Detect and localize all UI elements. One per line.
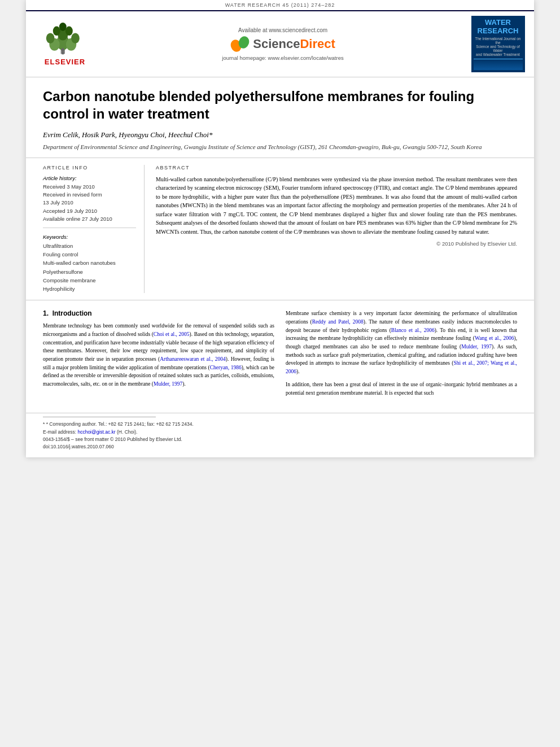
copyright: © 2010 Published by Elsevier Ltd.: [156, 241, 517, 247]
svg-point-9: [59, 23, 67, 31]
ref-choi2005[interactable]: Choi et al., 2005: [154, 331, 190, 337]
journal-citation: WATER RESEARCH 45 (2011) 274–282: [225, 2, 335, 8]
right-para1: Membrane surface chemistry is a very imp…: [286, 309, 517, 376]
ref-mulder1997a[interactable]: Mulder, 1997: [154, 381, 182, 387]
sciencedirect-leaf-icon: [230, 36, 251, 53]
affiliation: Department of Environmental Science and …: [43, 143, 517, 151]
keyword-1: Ultrafiltration: [43, 242, 136, 250]
elsevier-logo: ELSEVIER: [34, 23, 96, 66]
svg-point-8: [65, 26, 73, 36]
sciencedirect-logo: ScienceDirect: [230, 36, 335, 53]
keywords-section: Keywords: Ultrafiltration Fouling contro…: [43, 234, 136, 293]
doi-line: doi:10.1016/j.watres.2010.07.060: [43, 443, 517, 451]
email-line: E-mail address: hcchoi@gist.ac.kr (H. Ch…: [43, 429, 517, 436]
body-left: 1. Introduction Membrane technology has …: [43, 309, 274, 401]
wr-title: WATERRESEARCH: [474, 18, 523, 35]
ref-reddy2008[interactable]: Reddy and Patel, 2008: [312, 319, 364, 325]
elsevier-tree-icon: [42, 23, 88, 56]
history-label: Article history:: [43, 175, 136, 181]
abstract-heading: ABSTRACT: [156, 165, 517, 171]
accepted: Accepted 19 July 2010: [43, 207, 136, 215]
svg-point-4: [46, 33, 55, 43]
svg-point-10: [62, 48, 65, 51]
ref-artha2004[interactable]: Arthanareeswaran et al., 2004: [160, 356, 226, 362]
keyword-3: Multi-walled carbon nanotubes: [43, 259, 136, 267]
received2: Received in revised form: [43, 191, 136, 199]
body-right: Membrane surface chemistry is a very imp…: [286, 309, 517, 401]
article-info-heading: ARTICLE INFO: [43, 165, 136, 171]
article-info-col: ARTICLE INFO Article history: Received 3…: [43, 165, 145, 293]
article-info-abstract: ARTICLE INFO Article history: Received 3…: [26, 158, 534, 300]
received1: Received 3 May 2010: [43, 183, 136, 191]
wr-decoration: [474, 59, 523, 70]
keyword-6: Hydrophilicity: [43, 285, 136, 293]
received2-date: 13 July 2010: [43, 199, 136, 207]
journal-header: ELSEVIER Available at www.sciencedirect.…: [26, 11, 534, 77]
footer-divider: [43, 417, 156, 417]
abstract-col: ABSTRACT Multi-walled carbon nanotube/po…: [156, 165, 517, 293]
article-history: Article history: Received 3 May 2010 Rec…: [43, 175, 136, 228]
journal-top-bar: WATER RESEARCH 45 (2011) 274–282: [26, 0, 534, 11]
ref-shi2007[interactable]: Shi et al., 2007;: [453, 360, 489, 366]
issn-line: 0043-1354/$ – see front matter © 2010 Pu…: [43, 436, 517, 443]
keyword-2: Fouling control: [43, 250, 136, 259]
wr-subtitle: The International Journal on theScience …: [474, 37, 523, 56]
footer-notes: * * Corresponding author. Tel.: +82 62 7…: [26, 413, 534, 457]
wr-logo-box: WATERRESEARCH The International Journal …: [471, 16, 525, 72]
title-section: Carbon nanotube blended polyethersulfone…: [26, 77, 534, 158]
svg-point-5: [71, 33, 80, 43]
svg-point-7: [53, 26, 60, 36]
section-number: 1.: [43, 309, 49, 317]
journal-homepage: journal homepage: www.elsevier.com/locat…: [222, 55, 343, 61]
svg-rect-11: [62, 51, 64, 54]
keywords-label: Keywords:: [43, 234, 136, 240]
water-research-logo: WATERRESEARCH The International Journal …: [470, 16, 526, 72]
sciencedirect-center: Available at www.sciencedirect.com Scien…: [96, 27, 470, 61]
section-title-text: Introduction: [53, 309, 92, 317]
authors: Evrim Celik, Hosik Park, Hyeongyu Choi, …: [43, 130, 517, 139]
keyword-4: Polyethersulfone: [43, 268, 136, 276]
ref-mulder1997b[interactable]: Mulder, 1997: [461, 344, 492, 350]
intro-heading: 1. Introduction: [43, 309, 274, 317]
email-label: E-mail address:: [43, 429, 76, 435]
article-title: Carbon nanotube blended polyethersulfone…: [43, 88, 517, 123]
available-text: Available at www.sciencedirect.com: [238, 27, 327, 33]
email-link[interactable]: hcchoi@gist.ac.kr: [77, 429, 115, 435]
corresponding-text: * Corresponding author. Tel.: +82 62 715…: [46, 421, 194, 427]
available-online: Available online 27 July 2010: [43, 215, 136, 223]
sciencedirect-text: ScienceDirect: [253, 37, 335, 51]
intro-para1: Membrane technology has been commonly us…: [43, 322, 274, 388]
ref-blanco2006[interactable]: Blanco et al., 2006: [391, 327, 435, 333]
ref-wang2006a[interactable]: Wang et al., 2006: [475, 335, 514, 341]
abstract-text: Multi-walled carbon nanotube/polyethersu…: [156, 175, 517, 237]
ref-cheryan1986[interactable]: Cheryan, 1986: [210, 365, 242, 370]
elsevier-brand-text: ELSEVIER: [45, 58, 85, 66]
email-suffix: (H. Choi).: [117, 429, 137, 435]
body-content: 1. Introduction Membrane technology has …: [26, 300, 534, 410]
right-para2: In addition, there has been a great deal…: [286, 381, 517, 397]
corresponding-note: * * Corresponding author. Tel.: +82 62 7…: [43, 421, 517, 428]
page: WATER RESEARCH 45 (2011) 274–282 E: [26, 0, 534, 457]
keyword-5: Composite membrane: [43, 276, 136, 285]
